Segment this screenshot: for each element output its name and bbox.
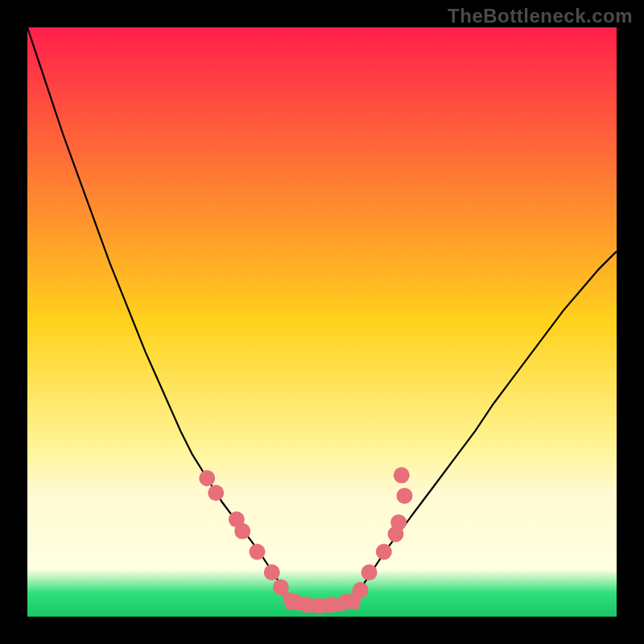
plot-background bbox=[27, 27, 617, 617]
scatter-dot bbox=[337, 594, 353, 610]
chart-frame: { "watermark": "TheBottleneck.com", "cha… bbox=[0, 0, 644, 644]
scatter-dot bbox=[394, 467, 410, 483]
watermark-text: TheBottleneck.com bbox=[448, 5, 633, 27]
scatter-dot bbox=[376, 543, 392, 559]
scatter-dot bbox=[234, 523, 250, 539]
scatter-dot bbox=[273, 579, 289, 595]
scatter-dot bbox=[361, 564, 378, 580]
scatter-dot bbox=[396, 488, 412, 504]
scatter-dot bbox=[264, 564, 280, 580]
scatter-dot bbox=[199, 470, 215, 486]
scatter-dot bbox=[208, 485, 224, 501]
scatter-dot bbox=[323, 597, 339, 613]
valley-cap-1 bbox=[356, 596, 357, 605]
scatter-dot bbox=[353, 582, 369, 598]
scatter-dot bbox=[390, 514, 407, 530]
scatter-dot bbox=[249, 543, 265, 559]
bottleneck-chart bbox=[0, 0, 644, 644]
